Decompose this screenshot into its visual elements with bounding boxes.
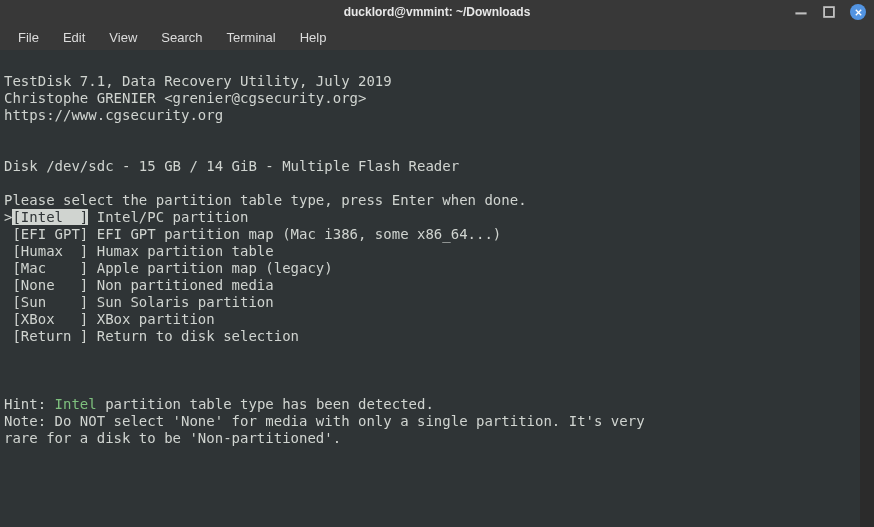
maximize-icon[interactable] [822, 5, 836, 19]
line-header-2: Christophe GRENIER <grenier@cgsecurity.o… [4, 90, 366, 106]
option-none[interactable]: [None ] Non partitioned media [4, 277, 274, 293]
note-line-2: rare for a disk to be 'Non-partitioned'. [4, 430, 341, 446]
svg-rect-1 [824, 7, 834, 17]
window-controls [794, 4, 866, 20]
disk-info: Disk /dev/sdc - 15 GB / 14 GiB - Multipl… [4, 158, 459, 174]
menu-file[interactable]: File [8, 27, 49, 48]
selected-item: [Intel ] [12, 209, 88, 225]
terminal-area[interactable]: TestDisk 7.1, Data Recovery Utility, Jul… [0, 50, 874, 527]
menu-help[interactable]: Help [290, 27, 337, 48]
option-efi[interactable]: [EFI GPT] EFI GPT partition map (Mac i38… [4, 226, 501, 242]
option-sun[interactable]: [Sun ] Sun Solaris partition [4, 294, 274, 310]
note-line-1: Note: Do NOT select 'None' for media wit… [4, 413, 645, 429]
minimize-icon[interactable] [794, 5, 808, 19]
menubar: File Edit View Search Terminal Help [0, 24, 874, 50]
selected-desc: Intel/PC partition [88, 209, 248, 225]
option-intel[interactable]: >[Intel ] Intel/PC partition [4, 209, 248, 225]
hint-line: Hint: Intel partition table type has bee… [4, 396, 434, 412]
close-icon[interactable] [850, 4, 866, 20]
detected-type: Intel [55, 396, 97, 412]
option-mac[interactable]: [Mac ] Apple partition map (legacy) [4, 260, 333, 276]
menu-edit[interactable]: Edit [53, 27, 95, 48]
prompt: Please select the partition table type, … [4, 192, 527, 208]
option-xbox[interactable]: [XBox ] XBox partition [4, 311, 215, 327]
option-humax[interactable]: [Humax ] Humax partition table [4, 243, 274, 259]
menu-terminal[interactable]: Terminal [217, 27, 286, 48]
titlebar: ducklord@vmmint: ~/Downloads [0, 0, 874, 24]
menu-view[interactable]: View [99, 27, 147, 48]
line-header-3: https://www.cgsecurity.org [4, 107, 223, 123]
window-title: ducklord@vmmint: ~/Downloads [344, 5, 531, 19]
option-return[interactable]: [Return ] Return to disk selection [4, 328, 299, 344]
menu-search[interactable]: Search [151, 27, 212, 48]
line-header-1: TestDisk 7.1, Data Recovery Utility, Jul… [4, 73, 392, 89]
